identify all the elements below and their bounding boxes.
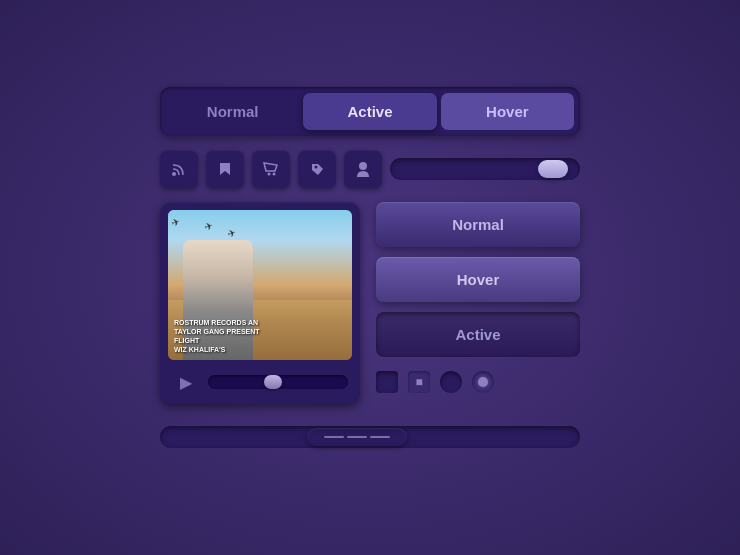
user-button[interactable] xyxy=(344,150,382,188)
scrollbar-line-3 xyxy=(370,436,390,438)
svg-point-2 xyxy=(273,173,276,176)
small-controls xyxy=(376,371,580,393)
right-buttons: Normal Hover Active xyxy=(376,202,580,404)
album-planes: ✈ ✈ ✈ xyxy=(174,216,346,239)
radio-unchecked[interactable] xyxy=(440,371,462,393)
rss-button[interactable] xyxy=(160,150,198,188)
svg-point-3 xyxy=(314,165,317,168)
progress-bar[interactable] xyxy=(208,375,348,389)
music-card: ✈ ✈ ✈ ROSTRUM RECORDS AN TAYLOR GANG PRE… xyxy=(160,202,360,404)
ui-container: Normal Active Hover xyxy=(160,87,580,448)
svg-point-4 xyxy=(359,162,367,170)
plane-icon-3: ✈ xyxy=(226,227,237,240)
icon-row xyxy=(160,150,580,188)
tab-active[interactable]: Active xyxy=(303,93,436,130)
scrollbar-thumb[interactable] xyxy=(307,428,407,446)
radio-active[interactable] xyxy=(472,371,494,393)
tab-hover[interactable]: Hover xyxy=(441,93,574,130)
cart-button[interactable] xyxy=(252,150,290,188)
top-slider[interactable] xyxy=(390,158,580,180)
checkbox-checked[interactable] xyxy=(408,371,430,393)
play-button[interactable]: ▶ xyxy=(172,368,200,396)
tab-normal[interactable]: Normal xyxy=(166,93,299,130)
plane-icon-2: ✈ xyxy=(203,220,217,240)
normal-button[interactable]: Normal xyxy=(376,202,580,247)
bottom-scrollbar[interactable] xyxy=(160,426,580,448)
tag-button[interactable] xyxy=(298,150,336,188)
hover-button[interactable]: Hover xyxy=(376,257,580,302)
bookmark-button[interactable] xyxy=(206,150,244,188)
album-art: ✈ ✈ ✈ ROSTRUM RECORDS AN TAYLOR GANG PRE… xyxy=(168,210,352,360)
svg-point-0 xyxy=(172,172,176,176)
main-row: ✈ ✈ ✈ ROSTRUM RECORDS AN TAYLOR GANG PRE… xyxy=(160,202,580,404)
scrollbar-line-2 xyxy=(347,436,367,438)
scrollbar-line-1 xyxy=(324,436,344,438)
player-controls: ▶ xyxy=(168,368,352,396)
svg-point-1 xyxy=(268,173,271,176)
checkbox-unchecked[interactable] xyxy=(376,371,398,393)
tab-bar: Normal Active Hover xyxy=(160,87,580,136)
album-text: ROSTRUM RECORDS AN TAYLOR GANG PRESENT F… xyxy=(174,318,346,354)
active-button[interactable]: Active xyxy=(376,312,580,357)
plane-icon-1: ✈ xyxy=(170,215,185,239)
